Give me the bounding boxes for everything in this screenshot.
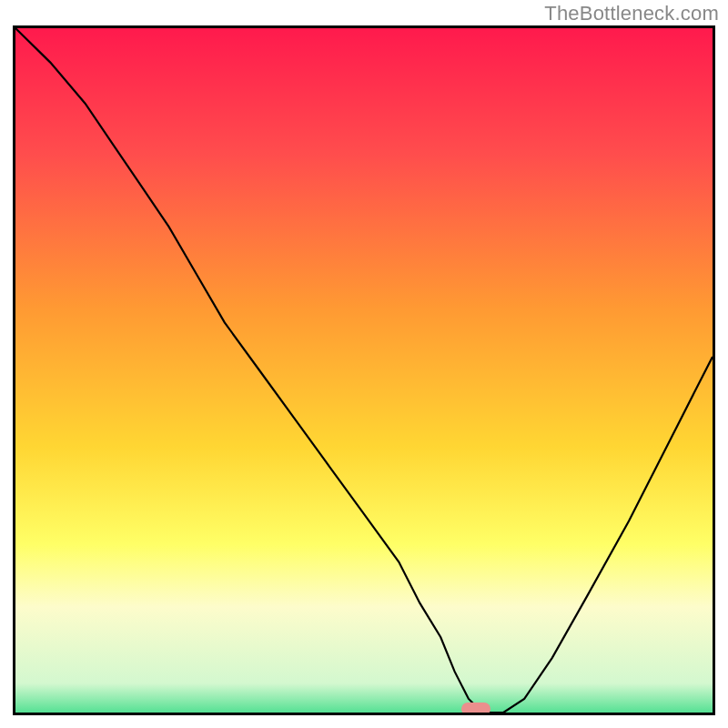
plot-area: [13, 25, 715, 715]
bottleneck-curve-path: [15, 28, 713, 713]
watermark-label: TheBottleneck.com: [544, 2, 719, 25]
chart-container: TheBottleneck.com: [0, 0, 728, 728]
optimal-marker: [461, 703, 490, 715]
curve-layer: [15, 28, 713, 713]
